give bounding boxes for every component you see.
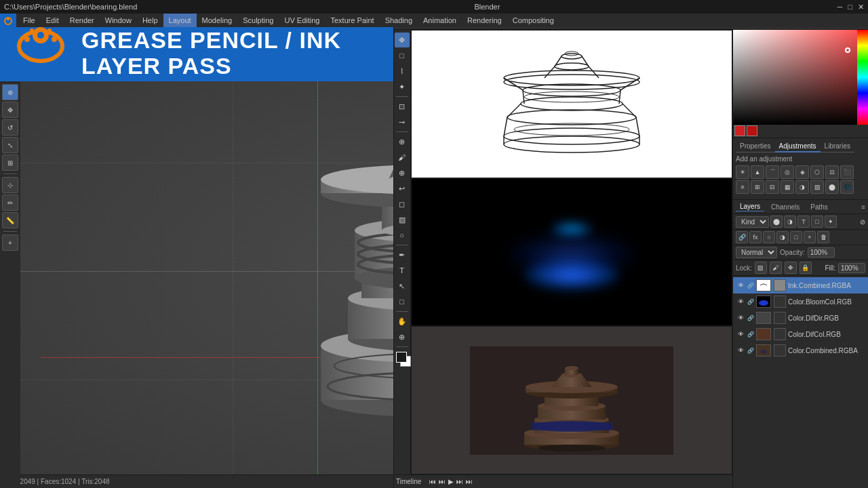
- ps-lasso-tool[interactable]: ⌇: [395, 64, 410, 79]
- ps-hand-tool[interactable]: ✋: [395, 314, 410, 329]
- blender-logo-small[interactable]: [0, 14, 16, 27]
- adj-brightness[interactable]: ☀: [736, 165, 749, 179]
- layer-link-1[interactable]: 🔗: [747, 282, 754, 289]
- layer-mode-select[interactable]: Normal: [736, 247, 777, 258]
- layer-kind-select[interactable]: Kind: [736, 216, 769, 228]
- lock-all-btn[interactable]: 🔒: [800, 262, 812, 274]
- scale-tool-btn[interactable]: ⤡: [2, 137, 18, 153]
- ps-heal-tool[interactable]: ⊕: [395, 134, 410, 149]
- adj-shadow[interactable]: 🌑: [840, 180, 854, 194]
- ps-eraser-tool[interactable]: ◻: [395, 197, 410, 211]
- annotate-tool-btn[interactable]: ✏: [2, 195, 18, 211]
- ws-tab-modeling[interactable]: Modeling: [197, 14, 238, 27]
- ps-text-tool[interactable]: T: [395, 263, 410, 278]
- ws-tab-layout[interactable]: Layout: [163, 14, 197, 27]
- cursor-tool-btn[interactable]: ⊹: [2, 177, 18, 193]
- ps-shape-tool[interactable]: □: [395, 294, 410, 309]
- ws-tab-shading[interactable]: Shading: [380, 14, 418, 27]
- layer-eye-5[interactable]: 👁: [736, 346, 745, 355]
- layer-link-3[interactable]: 🔗: [747, 314, 754, 321]
- filter-toggle[interactable]: ⊘: [860, 218, 865, 226]
- filter-pixel-btn[interactable]: ⬤: [770, 216, 783, 228]
- color-picker[interactable]: [733, 30, 868, 138]
- layer-mask-btn[interactable]: ○: [763, 231, 775, 243]
- layer-link-btn[interactable]: 🔗: [736, 231, 748, 243]
- color-swatches-area[interactable]: [395, 350, 410, 365]
- color-picker-cursor[interactable]: [845, 47, 850, 53]
- adj-tab-adjustments[interactable]: Adjustments: [775, 141, 821, 152]
- ps-magic-wand-tool[interactable]: ✦: [395, 79, 410, 94]
- adj-channelmixer[interactable]: ≡: [736, 180, 749, 194]
- move-tool-btn[interactable]: ✥: [2, 102, 18, 118]
- ps-gradient-tool[interactable]: ▨: [395, 212, 410, 227]
- adj-colrlookup[interactable]: ⊞: [751, 180, 764, 194]
- panel-bloom[interactable]: [411, 178, 732, 327]
- timeline-start-btn[interactable]: ⏮: [429, 478, 436, 485]
- filter-shape-btn[interactable]: □: [811, 216, 823, 228]
- adj-hsl[interactable]: ⬡: [810, 165, 824, 179]
- ws-tab-uv[interactable]: UV Editing: [279, 14, 325, 27]
- layers-tab-layers[interactable]: Layers: [736, 202, 764, 211]
- adj-tab-properties[interactable]: Properties: [736, 141, 775, 152]
- layers-tab-paths[interactable]: Paths: [806, 203, 832, 211]
- color-spectrum-bar[interactable]: [857, 30, 868, 125]
- ps-select-rect-tool[interactable]: □: [395, 48, 410, 63]
- layers-panel-options[interactable]: ≡: [861, 203, 865, 211]
- ps-canvas[interactable]: 66.67% | 66.67% 1920 px × 1080 px (72 pp…: [411, 30, 732, 488]
- ws-tab-texture[interactable]: Texture Paint: [325, 14, 379, 27]
- panel-color-render[interactable]: [411, 326, 732, 474]
- filter-smart-btn[interactable]: ✦: [825, 216, 837, 228]
- adj-invert[interactable]: ⊟: [766, 180, 779, 194]
- ws-tab-animation[interactable]: Animation: [418, 14, 462, 27]
- layer-link-2[interactable]: 🔗: [747, 298, 754, 305]
- foreground-color-swatch[interactable]: [396, 352, 407, 363]
- timeline-end-btn[interactable]: ⏭: [466, 478, 473, 485]
- lock-transparent-btn[interactable]: ▨: [755, 262, 767, 274]
- select-tool-btn[interactable]: ⊕: [2, 84, 18, 100]
- measure-tool-btn[interactable]: 📏: [2, 212, 18, 228]
- layers-tab-channels[interactable]: Channels: [767, 203, 804, 211]
- layer-item-1[interactable]: 👁 🔗 Ink.Combined.RGBA: [733, 277, 868, 293]
- ps-move-tool[interactable]: ✥: [395, 33, 410, 47]
- ps-pen-tool[interactable]: ✒: [395, 247, 410, 262]
- filter-type-btn[interactable]: T: [797, 216, 810, 228]
- adj-selective-color[interactable]: ⬤: [825, 180, 839, 194]
- menu-item-render[interactable]: Render: [64, 14, 100, 27]
- transform-tool-btn[interactable]: ⊞: [2, 155, 18, 171]
- adj-vibrance[interactable]: ◈: [795, 165, 809, 179]
- adj-posterize[interactable]: ▦: [781, 180, 794, 194]
- layer-item-5[interactable]: 👁 🔗 Color.Combined.RGBA: [733, 342, 868, 359]
- adj-colorbalance[interactable]: ⚖: [825, 165, 839, 179]
- menu-item-help[interactable]: Help: [137, 14, 163, 27]
- layer-eye-1[interactable]: 👁: [736, 281, 745, 290]
- lock-position-btn[interactable]: ✥: [785, 262, 797, 274]
- ps-clone-tool[interactable]: ⊕: [395, 165, 410, 180]
- layer-eye-2[interactable]: 👁: [736, 297, 745, 306]
- add-tool-btn[interactable]: +: [2, 235, 18, 251]
- rotate-tool-btn[interactable]: ↺: [2, 119, 18, 136]
- layer-item-3[interactable]: 👁 🔗 Color.DifDir.RGB: [733, 310, 868, 326]
- color-gradient-field[interactable]: [733, 30, 868, 125]
- timeline-prev-btn[interactable]: ⏭: [439, 478, 446, 485]
- layer-eye-3[interactable]: 👁: [736, 313, 745, 323]
- layer-delete-btn[interactable]: 🗑: [817, 231, 829, 243]
- layer-opacity-input[interactable]: [808, 247, 835, 258]
- minimize-btn[interactable]: ─: [837, 3, 843, 12]
- menu-item-window[interactable]: Window: [100, 14, 137, 27]
- adj-photofilter[interactable]: ⬛: [840, 165, 854, 179]
- adj-exposure[interactable]: ◎: [781, 165, 794, 179]
- ws-tab-compositing[interactable]: Compositing: [507, 14, 559, 27]
- panel-line-drawing[interactable]: [411, 30, 732, 178]
- ps-path-select-tool[interactable]: ↖: [395, 279, 410, 293]
- ws-tab-rendering[interactable]: Rendering: [462, 14, 507, 27]
- filter-adj-btn[interactable]: ◑: [784, 216, 796, 228]
- layer-fx-btn[interactable]: fx: [749, 231, 762, 243]
- previous-color-swatch[interactable]: [747, 125, 757, 136]
- timeline-next-btn[interactable]: ⏭: [456, 478, 463, 485]
- layer-group-btn[interactable]: □: [790, 231, 802, 243]
- layer-link-5[interactable]: 🔗: [747, 347, 754, 354]
- layer-new-btn[interactable]: +: [804, 231, 816, 243]
- maximize-btn[interactable]: □: [848, 3, 852, 12]
- ps-zoom-tool[interactable]: ⊕: [395, 329, 410, 344]
- ps-history-tool[interactable]: ↩: [395, 181, 410, 196]
